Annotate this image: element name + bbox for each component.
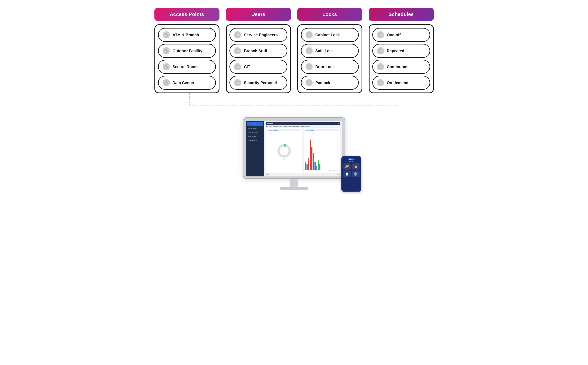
chart2-title: Events by Type: [305, 129, 339, 131]
item-label: Cabinet Lock: [316, 33, 340, 37]
screen-filter-row: All IoT OKControl IoK BitSafe Oller Role…: [266, 126, 340, 127]
check-icon: [377, 47, 384, 54]
check-icon: [163, 31, 170, 38]
check-icon: [234, 63, 241, 70]
check-icon: [305, 79, 313, 86]
screen-sidebar-command: Command Mgmt: [246, 131, 264, 134]
phone-icon-grid: 🔑 👆 📋 ⚙️: [343, 163, 359, 177]
check-icon: [234, 47, 241, 54]
column-users: UsersService EngineersBranch StuffCITSec…: [226, 8, 291, 93]
bvk-logo: bvk: [348, 158, 353, 160]
phone-icon-4: ⚙️: [352, 171, 359, 177]
list-item: Repeated: [372, 44, 430, 58]
column-schedules: SchedulesOne-offRepeatedContinuousOn-dem…: [369, 8, 434, 93]
filter-bit: BitSafe: [283, 126, 287, 127]
screen-sidebar-controller: Controller CTC: [246, 139, 264, 142]
svg-point-4: [236, 33, 239, 37]
item-label: On-demand: [387, 81, 409, 85]
phone-app-title: otcaccess: [348, 161, 355, 162]
phone-icon-2: 👆: [352, 163, 359, 170]
list-item: ATM & Branch: [158, 28, 216, 42]
list-item: CIT: [229, 60, 287, 74]
screen-sidebar-dashboard: Dashboard: [247, 122, 263, 126]
filter-iok: IoK: [279, 126, 282, 127]
screen-copyright: © 2023 - BVK Technology: [305, 170, 339, 171]
monitor-screen: Dashboard System Mgmt Command Mgmt Repor…: [246, 121, 342, 176]
list-item: Cabinet Lock: [301, 28, 359, 42]
check-icon: [305, 63, 313, 70]
screen-search: [274, 123, 332, 124]
connection-status-chart: Connection Status 21010: [266, 128, 302, 173]
list-item: Door Lock: [301, 60, 359, 74]
item-label: One-off: [387, 33, 401, 37]
monitor-outer: Dashboard System Mgmt Command Mgmt Repor…: [243, 117, 345, 179]
svg-point-2: [165, 65, 168, 69]
monitor-section: Dashboard System Mgmt Command Mgmt Repor…: [243, 117, 345, 190]
check-icon: [305, 31, 313, 38]
item-label: Repeated: [387, 49, 404, 53]
monitor-stand-base: [280, 187, 308, 190]
header-access-points: Access Points: [154, 8, 220, 21]
svg-point-22: [279, 145, 290, 156]
filter-iot: IoT: [269, 126, 272, 127]
svg-point-9: [307, 49, 311, 53]
item-label: Safe Lock: [316, 49, 334, 53]
item-label: Service Engineers: [244, 33, 278, 37]
monitor-stand-neck: [290, 179, 298, 187]
item-label: Padlock: [316, 81, 330, 85]
item-label: ATM & Branch: [172, 33, 199, 37]
svg-point-8: [307, 33, 311, 37]
items-container-users: Service EngineersBranch StuffCITSecurity…: [226, 24, 291, 93]
svg-point-0: [165, 33, 168, 37]
svg-point-12: [379, 33, 382, 37]
monitor-wrapper: Dashboard System Mgmt Command Mgmt Repor…: [243, 117, 345, 190]
header-users: Users: [226, 8, 291, 21]
phone-icon-3: 📋: [343, 171, 351, 177]
item-label: Data Center: [172, 81, 194, 85]
svg-point-14: [379, 65, 382, 69]
list-item: Outdoor Facility: [158, 44, 216, 58]
item-label: Branch Stuff: [244, 49, 267, 53]
bar-chart-area: [305, 132, 339, 170]
chart1-title: Connection Status: [267, 129, 301, 131]
svg-point-10: [307, 65, 311, 69]
connector-section: [154, 93, 434, 117]
svg-point-3: [165, 81, 168, 84]
list-item: One-off: [372, 28, 430, 42]
list-item: Continuous: [372, 60, 430, 74]
check-icon: [163, 63, 170, 70]
check-icon: [163, 47, 170, 54]
svg-point-1: [165, 49, 168, 53]
items-container-schedules: One-offRepeatedContinuousOn-demand: [369, 24, 434, 93]
list-item: Branch Stuff: [229, 44, 287, 58]
filter-oller: Oller: [288, 126, 292, 127]
check-icon: [377, 79, 384, 86]
check-icon: [163, 79, 170, 86]
svg-point-7: [236, 81, 239, 84]
phone-wrapper: bvk ▶ otcaccess 🔑 👆 📋 ⚙️: [341, 156, 361, 192]
top-section: Access PointsATM & BranchOutdoor Facilit…: [154, 8, 434, 93]
list-item: Secure Room: [158, 60, 216, 74]
list-item: On-demand: [372, 76, 430, 90]
donut-area: 21010: [267, 132, 301, 171]
screen-sidebar: Dashboard System Mgmt Command Mgmt Repor…: [246, 121, 264, 176]
list-item: Padlock: [301, 76, 359, 90]
column-locks: LocksCabinet LockSafe LockDoor LockPadlo…: [297, 8, 362, 93]
screen-sidebar-system: System Mgmt: [246, 126, 264, 130]
list-item: Security Personel: [229, 76, 287, 90]
items-container-locks: Cabinet LockSafe LockDoor LockPadlock: [297, 24, 362, 93]
items-container-access-points: ATM & BranchOutdoor FacilitySecure RoomD…: [154, 24, 220, 93]
item-label: Continuous: [387, 65, 409, 69]
filter-ok: OKControl: [272, 126, 279, 127]
screen-main: USER EN ▼ All IoT OKControl IoK BitSafe …: [264, 121, 342, 176]
screen-topbar: USER EN ▼: [266, 122, 340, 125]
header-locks: Locks: [297, 8, 362, 21]
item-label: Door Lock: [316, 65, 335, 69]
svg-point-11: [307, 81, 311, 84]
check-icon: [377, 63, 384, 70]
header-schedules: Schedules: [369, 8, 434, 21]
check-icon: [305, 47, 313, 54]
item-label: Outdoor Facility: [172, 49, 202, 53]
filter-acrb: ACRB: [305, 126, 310, 127]
item-label: Security Personel: [244, 81, 277, 85]
